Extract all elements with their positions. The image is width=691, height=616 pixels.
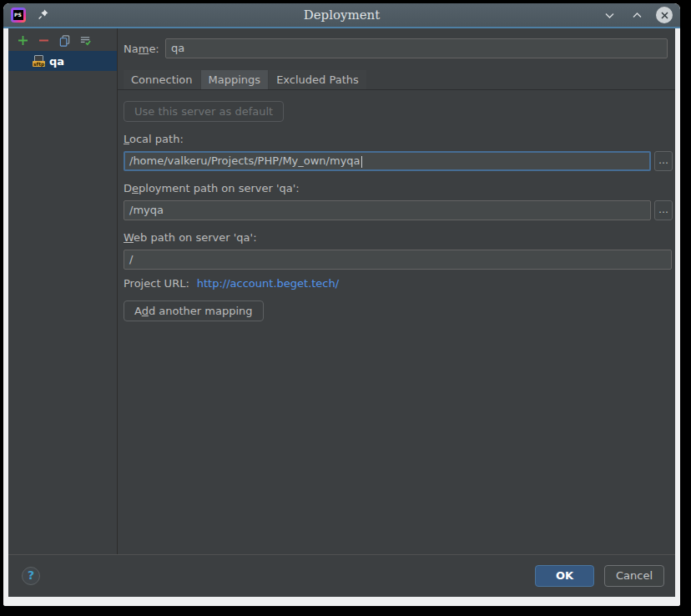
project-url-link[interactable]: http://account.beget.tech/ xyxy=(197,277,339,290)
dialog-footer: ? OK Cancel xyxy=(8,554,675,597)
sftp-server-icon: sftp xyxy=(33,55,45,68)
name-label: Name: xyxy=(124,43,165,55)
close-button[interactable] xyxy=(656,7,673,23)
deployment-path-input[interactable]: /myqa xyxy=(124,200,651,220)
local-path-browse-button ellipsis-icon[interactable]: … xyxy=(654,151,673,171)
cancel-button[interactable]: Cancel xyxy=(604,565,664,587)
deployment-dialog: PS Deployment xyxy=(3,3,680,606)
tab-excluded-paths[interactable]: Excluded Paths xyxy=(269,70,366,89)
pin-icon[interactable] xyxy=(38,8,49,23)
server-list-toolbar xyxy=(8,28,117,51)
deployment-path-browse-button ellipsis-icon[interactable]: … xyxy=(654,200,673,220)
local-path-label: Local path: xyxy=(124,133,675,146)
tab-connection[interactable]: Connection xyxy=(124,70,200,89)
local-path-input[interactable]: /home/valkeru/Projects/PHP/My_own/myqa xyxy=(124,151,651,171)
deployment-path-label: Deployment path on server 'qa': xyxy=(124,182,675,195)
titlebar[interactable]: PS Deployment xyxy=(3,3,680,27)
use-server-as-default-button: Use this server as default xyxy=(124,101,284,122)
server-list-item-qa[interactable]: sftp qa xyxy=(8,51,117,71)
ok-button[interactable]: OK xyxy=(535,565,594,587)
text-caret xyxy=(361,156,362,168)
tab-mappings[interactable]: Mappings xyxy=(201,70,269,89)
web-path-label: Web path on server 'qa': xyxy=(124,231,675,245)
use-as-default-button list-check-icon[interactable] xyxy=(79,34,92,47)
phpstorm-logo-text: PS xyxy=(13,10,23,20)
maximize-button[interactable] xyxy=(628,7,645,23)
phpstorm-logo-icon: PS xyxy=(11,8,26,23)
remove-server-button minus-icon[interactable] xyxy=(38,34,50,47)
window-title: Deployment xyxy=(3,8,680,23)
copy-server-button copy-icon[interactable] xyxy=(58,34,71,47)
minimize-button[interactable] xyxy=(601,7,618,23)
server-item-label: qa xyxy=(49,55,64,68)
add-server-button plus-icon[interactable] xyxy=(17,34,29,47)
window-frame: sftp qa Name: qa Connection Mappings Exc… xyxy=(3,28,680,606)
add-another-mapping-button[interactable]: Add another mapping xyxy=(124,300,264,321)
web-path-input[interactable]: / xyxy=(124,250,672,270)
name-input[interactable]: qa xyxy=(165,38,668,58)
help-button question-mark-icon[interactable]: ? xyxy=(22,567,40,585)
deployment-form: Name: qa Connection Mappings Excluded Pa… xyxy=(118,28,675,554)
project-url-label: Project URL: xyxy=(124,277,189,290)
server-list-sidebar: sftp qa xyxy=(8,28,118,554)
settings-tabs: Connection Mappings Excluded Paths xyxy=(118,70,675,90)
